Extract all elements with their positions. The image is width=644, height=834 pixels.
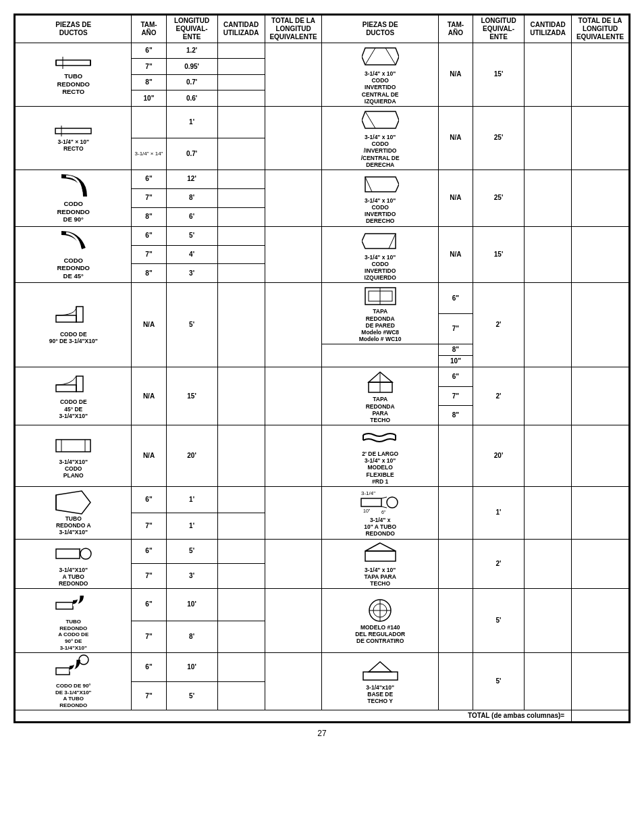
tam-rect10-1 (132, 106, 166, 138)
tam-tapa-7: 7" (438, 313, 473, 344)
tam-right-4: N/A (438, 226, 473, 283)
header-right-cant: CANTIDADUTILIZADA (525, 16, 572, 43)
total-regulador (572, 589, 629, 653)
cant-45-6 (217, 226, 265, 245)
tubo-a-flat-icon (55, 490, 92, 515)
long-flexible: 20' (473, 425, 525, 487)
tam-right-2: N/A (438, 106, 473, 170)
svg-point-50 (79, 655, 88, 664)
svg-marker-4 (362, 48, 399, 65)
svg-rect-44 (56, 602, 73, 609)
cant-baseTecho (525, 653, 572, 710)
long-4a: 0.6' (166, 90, 217, 106)
svg-rect-49 (56, 668, 70, 675)
tam-tuboCodo90-7: 7" (132, 621, 166, 652)
cant-codoplano (217, 425, 265, 487)
cant-codo45flat (217, 367, 265, 425)
svg-marker-43 (365, 543, 396, 551)
long-right-1: 15' (473, 43, 525, 107)
total-codo45 (265, 226, 322, 283)
cant-f10r-6 (217, 539, 265, 564)
long-codo90round-6: 10' (166, 653, 217, 682)
svg-rect-16 (76, 307, 83, 322)
svg-rect-42 (365, 551, 396, 561)
piece-tapa-pared-2 (322, 344, 438, 367)
flexible-icon (362, 427, 399, 450)
tapa-techo-flat-icon (362, 541, 399, 567)
total-codo90 (265, 170, 322, 226)
table-row: TUBOREDONDORECTO 6" 1.2' 3-1/4" x 10"COD… (16, 43, 629, 59)
cant-codo90round-7 (217, 681, 265, 710)
tam-flatToRound (438, 487, 473, 540)
main-table: PIEZAS DEDUCTOS TAM-AÑO LONGITUDEQUIVAL-… (15, 15, 629, 722)
long-1a: 1.2' (166, 43, 217, 59)
tapa-techo-icon (365, 369, 396, 396)
page-container: PIEZAS DEDUCTOS TAM-AÑO LONGITUDEQUIVAL-… (14, 14, 630, 723)
piece-flat10-round: 3-1/4"X10"A TUBOREDONDO (16, 539, 132, 589)
svg-marker-9 (362, 111, 399, 128)
long-rect10-1: 1' (166, 106, 217, 138)
tam-rect14: 3-1/4" × 14" (132, 138, 166, 170)
tubo-recto-icon (55, 53, 92, 72)
total-tuboCodo90 (265, 589, 322, 653)
regulador-icon (365, 597, 396, 624)
total-right-3 (572, 170, 629, 226)
cant-flexible (525, 425, 572, 487)
tam-45-8: 8" (132, 264, 166, 283)
cant-1a (217, 43, 265, 59)
table-row: CODO DE 90°DE 3-1/4"X10"A TUBOREDONDO 6"… (16, 653, 629, 682)
svg-line-6 (385, 48, 396, 65)
codo90-flat-icon (55, 305, 92, 331)
piece-tubo-codo90: TUBOREDONDOA CODO DE90° DE3-1/4"X10" (16, 589, 132, 653)
table-row: 3-1/4"X10"CODOPLANO N/A 20' 2' DE LARGO3… (16, 425, 629, 487)
long-right-3: 25' (473, 170, 525, 226)
long-90-7: 8' (166, 188, 217, 207)
total-codoplano (265, 425, 322, 487)
long-90-6: 12' (166, 170, 217, 188)
long-tuboCodo90-6: 10' (166, 589, 217, 621)
piece-codo90-flat: CODO DE90° DE 3-1/4"X10" (16, 283, 132, 367)
total-tapa-techo (572, 367, 629, 425)
piece-codo45-flat: CODO DE45° DE3-1/4"X10" (16, 367, 132, 425)
header-left-tam: TAM-AÑO (132, 16, 166, 43)
total-codo90flat (265, 283, 322, 367)
cant-tapa-techo (525, 367, 572, 425)
tam-f10r-6: 6" (132, 539, 166, 564)
header-row: PIEZAS DEDUCTOS TAM-AÑO LONGITUDEQUIVAL-… (16, 16, 629, 43)
long-45-6: 5' (166, 226, 217, 245)
tam-codo45flat: N/A (132, 367, 166, 425)
tam-6a: 6" (132, 43, 166, 59)
svg-marker-11 (365, 177, 399, 192)
flat-to-round-icon: 3-1/4" 6" 10" (360, 488, 400, 517)
header-right-tam: TAM-AÑO (438, 16, 473, 43)
cant-2a (217, 59, 265, 74)
total-right-2 (572, 106, 629, 170)
tubo-codo90-icon (55, 590, 92, 619)
long-codoplano: 20' (166, 425, 217, 487)
cant-tuboA-6 (217, 487, 265, 513)
long-45-8: 3' (166, 264, 217, 283)
total-tapa-pared (572, 283, 629, 367)
svg-line-34 (381, 497, 387, 498)
codo-inv-der-icon (362, 172, 399, 197)
svg-rect-7 (55, 128, 91, 134)
piece-base-techo: 3-1/4"x10"BASE DETECHO Y (322, 653, 438, 710)
long-tuboA-6: 1' (166, 487, 217, 513)
header-left-piece: PIEZAS DEDUCTOS (16, 16, 132, 43)
table-row: TUBOREDONDO A3-1/4"X10" 6" 1' 3-1/4" 6" … (16, 487, 629, 513)
total-label: TOTAL (de ambas columnas)= (16, 710, 572, 722)
tam-baseTecho (438, 653, 473, 710)
codo-central-der-icon (362, 108, 399, 134)
table-row: CODO DE45° DE3-1/4"X10" N/A 15' TAPAREDO… (16, 367, 629, 387)
total-codo90round (265, 653, 322, 710)
piece-codo90-to-round: CODO DE 90°DE 3-1/4"X10"A TUBOREDONDO (16, 653, 132, 710)
svg-line-14 (389, 234, 396, 249)
flat10-round-icon (55, 541, 92, 567)
piece-tubo-a-flat: TUBOREDONDO A3-1/4"X10" (16, 487, 132, 540)
cant-f10r-7 (217, 564, 265, 589)
total-tapaTechoFlat (572, 539, 629, 589)
cant-tapa-pared (525, 283, 572, 367)
long-f10r-7: 3' (166, 564, 217, 589)
svg-rect-0 (56, 60, 90, 66)
long-tuboCodo90-7: 8' (166, 621, 217, 652)
